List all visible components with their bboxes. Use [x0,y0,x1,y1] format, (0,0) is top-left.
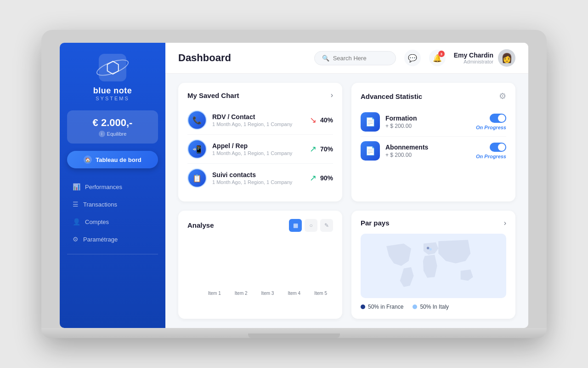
user-role: Administrator [454,59,493,64]
circle-btn[interactable]: ○ [305,219,317,232]
notifications-button[interactable]: 🔔 3 [429,50,446,66]
home-icon: 🏠 [84,155,92,164]
svg-point-0 [427,247,429,249]
rdv-info: RDV / Contact 1 Month Ago, 1 Region, 1 C… [212,113,304,127]
settings-icon[interactable]: ⚙ [499,91,506,101]
chart-item-suivi: 📋 Suivi contacts 1 Month Ago, 1 Region, … [187,164,333,192]
content-grid: My Saved Chart › 📞 RDV / Contact 1 Month… [165,74,528,328]
appel-info: Appel / Rep 1 Month Ago, 1 Region, 1 Com… [212,142,304,156]
formation-name: Formation [385,115,470,122]
suivi-pct: 90% [320,174,333,182]
edit-btn[interactable]: ✎ [320,219,333,232]
par-pays-title: Par pays [361,219,390,227]
rdv-name: RDV / Contact [212,113,304,121]
suivi-right: ↗ 90% [310,173,333,183]
par-pays-expand[interactable]: › [504,219,506,227]
abonnements-name: Abonnements [385,144,470,151]
sidebar-item-comptes[interactable]: 👤 Comptes [67,214,158,229]
france-dot [361,305,365,309]
messages-button[interactable]: 💬 [404,50,421,66]
performances-label: Performances [85,184,122,190]
legend-france: 50% in France [361,304,403,310]
avatar: 👩 [498,49,515,67]
par-pays-card: Par pays › [351,211,515,319]
formation-icon: 📄 [361,112,380,132]
dashboard-button[interactable]: 🏠 Tableau de bord [67,151,158,168]
abonnements-status: On Progress [476,154,506,159]
logo-icon [99,54,126,81]
topbar-right: 🔍 💬 🔔 3 Emy Chardin Administrator [314,49,515,67]
parametrage-icon: ⚙ [73,236,79,243]
search-box[interactable]: 🔍 [314,51,396,65]
parametrage-label: Paramétrage [83,236,118,243]
legend-italy: 50% In Italy [413,304,449,310]
rdv-icon: 📞 [187,110,207,130]
sidebar-item-transactions[interactable]: ☰ Transactions [67,197,158,212]
suivi-name: Suivi contacts [212,171,304,178]
bar-chart: Item 1 Item 2 Item 3 Item 4 Item 5 [187,238,333,298]
main-content: Dashboard 🔍 💬 🔔 3 Emy C [165,43,528,328]
sidebar-item-performances[interactable]: 📊 Performances [67,179,158,194]
rdv-sub: 1 Month Ago, 1 Region, 1 Company [212,121,304,127]
par-pays-header: Par pays › [361,219,506,227]
formation-right: On Progress [476,114,506,130]
brand-name: blue note [93,86,132,96]
appel-icon: 📲 [187,139,207,159]
balance-amount: € 2.000,- [76,117,149,129]
bar-label-2: Item 2 [229,291,254,296]
sidebar-divider [67,254,158,254]
appel-name: Appel / Rep [212,142,304,150]
balance-label: i Equilibre [76,131,149,137]
suivi-sub: 1 Month Ago, 1 Region, 1 Company [212,179,304,185]
page-title: Dashboard [178,52,231,64]
appel-sub: 1 Month Ago, 1 Region, 1 Company [212,150,304,156]
appel-right: ↗ 70% [310,144,333,154]
notification-badge: 3 [438,51,445,57]
rdv-pct: 40% [320,116,333,124]
messages-icon: 💬 [408,54,417,63]
advanced-stat-title: Advanced Statistic [361,92,422,100]
formation-toggle[interactable] [490,114,506,123]
search-input[interactable] [333,55,388,62]
map-svg [361,234,506,298]
appel-pct: 70% [320,145,333,153]
abonnements-amount: + $ 200.00 [385,152,470,158]
rdv-trend-icon: ↘ [310,115,317,125]
abonnements-icon: 📄 [361,141,380,161]
bar-chart-btn[interactable]: ▦ [289,219,302,232]
brand: blue note SYSTEMS [93,86,132,101]
abonnements-toggle[interactable] [490,143,506,152]
analyse-icons: ▦ ○ ✎ [289,219,333,232]
sidebar-item-parametrage[interactable]: ⚙ Paramétrage [67,232,158,247]
advanced-stat-header: Advanced Statistic ⚙ [361,91,506,101]
stat-item-formation: 📄 Formation + $ 200.00 On Progress [361,108,506,137]
performances-icon: 📊 [73,183,80,190]
topbar: Dashboard 🔍 💬 🔔 3 Emy C [165,43,528,74]
transactions-icon: ☰ [73,201,79,208]
search-icon: 🔍 [322,55,329,62]
formation-info: Formation + $ 200.00 [385,115,470,129]
suivi-icon: 📋 [187,168,207,188]
analyse-title: Analyse [187,221,214,229]
transactions-label: Transactions [83,201,117,208]
nav-menu: 📊 Performances ☰ Transactions 👤 Comptes … [67,179,158,247]
abonnements-right: On Progress [476,143,506,159]
balance-card: € 2.000,- i Equilibre [67,110,158,144]
brand-subtitle: SYSTEMS [93,96,132,101]
saved-chart-expand[interactable]: › [331,91,333,99]
rdv-right: ↘ 40% [310,115,333,125]
advanced-stat-card: Advanced Statistic ⚙ 📄 Formation + $ 200… [351,83,515,201]
italy-dot [413,305,417,309]
italy-label: 50% In Italy [420,304,449,310]
analyse-header: Analyse ▦ ○ ✎ [187,219,333,232]
dashboard-btn-label: Tableau de bord [96,156,141,163]
user-info[interactable]: Emy Chardin Administrator 👩 [454,49,515,67]
comptes-label: Comptes [85,218,109,225]
svg-point-1 [429,248,431,250]
info-icon: i [99,131,105,137]
suivi-trend-icon: ↗ [310,173,317,183]
saved-chart-header: My Saved Chart › [187,91,333,99]
bar-label-5: Item 5 [308,291,333,296]
world-map [361,234,506,298]
user-name: Emy Chardin [454,52,493,59]
